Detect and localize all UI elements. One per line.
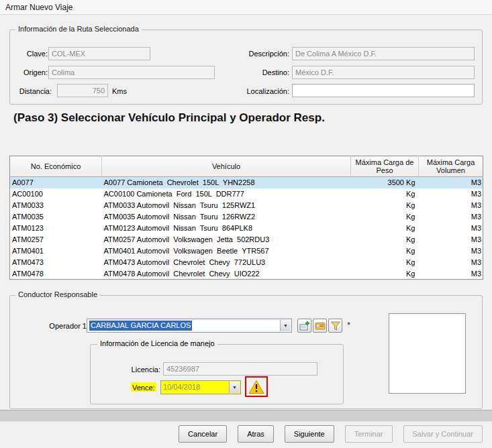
column-header-maxima-carga-peso[interactable]: Máxima Carga de Peso — [351, 156, 419, 177]
table-row[interactable]: ATM0478ATM0478 Automovil Chevrolet Chevy… — [10, 268, 483, 280]
origen-label: Origen: — [18, 68, 48, 77]
vence-label: Vence: — [131, 382, 156, 392]
cell-veh: A0077 Camioneta Chevrolet 150L YHN2258 — [102, 177, 351, 188]
chevron-down-icon[interactable]: ▼ — [280, 320, 291, 331]
table-row[interactable]: ATM0033ATM0033 Automovil Nissan Tsuru 12… — [10, 200, 483, 211]
table-row[interactable]: ATM0473ATM0473 Automovil Chevrolet Chevy… — [10, 257, 483, 268]
cell-peso: Kg — [351, 223, 419, 234]
siguiente-button[interactable]: Siguiente — [285, 425, 334, 443]
operador-value: CARBAJAL GARCIA CARLOS — [89, 321, 192, 331]
descripcion-label: Descripción: — [211, 49, 289, 58]
cell-veh: ATM0033 Automovil Nissan Tsuru 125RWZ1 — [102, 200, 351, 211]
distancia-field: 750 — [57, 84, 108, 97]
chevron-down-icon[interactable]: ▼ — [229, 382, 240, 393]
warning-icon — [248, 380, 264, 394]
vehicle-table-header: No. Económico Vehículo Máxima Carga de P… — [10, 156, 483, 177]
atras-button[interactable]: Atras — [238, 425, 274, 443]
table-row[interactable]: AC00100AC00100 Camioneta Ford 150L DDR77… — [10, 188, 483, 200]
vence-value: 10/04/2018 — [162, 382, 228, 393]
cell-veh: ATM0035 Automovil Nissan Tsuru 126RWZ2 — [102, 211, 351, 223]
route-info-group: Información de la Ruta Seleccionada Clav… — [9, 30, 483, 105]
cell-vol: M3 — [419, 245, 483, 257]
cell-veh: AC00100 Camioneta Ford 150L DDR777 — [102, 188, 351, 200]
descripcion-field: De Colima A México D.F. — [292, 47, 475, 60]
table-row[interactable]: A0077A0077 Camioneta Chevrolet 150L YHN2… — [10, 177, 483, 188]
window-title: Armar Nuevo Viaje — [5, 3, 73, 12]
license-card-button[interactable] — [313, 319, 327, 333]
cell-peso: Kg — [351, 211, 419, 223]
filter-funnel-icon — [330, 321, 341, 331]
cell-no: ATM0401 — [10, 245, 102, 257]
operator-photo-placeholder — [389, 313, 466, 394]
required-marker: * — [347, 320, 350, 330]
localizacion-label: Localización: — [211, 87, 289, 96]
filter-button[interactable] — [328, 319, 342, 333]
step-heading: (Paso 3) Seleccionar Vehículo Principal … — [13, 111, 325, 125]
cell-no: AC00100 — [10, 188, 102, 200]
cell-vol: M3 — [419, 211, 483, 223]
vence-date-select[interactable]: 10/04/2018 ▼ — [160, 380, 241, 394]
column-header-no-economico[interactable]: No. Económico — [10, 156, 102, 177]
cell-no: ATM0033 — [10, 200, 102, 211]
salvar-continuar-button: Salvar y Continuar — [403, 425, 483, 443]
destino-label: Destino: — [211, 68, 289, 77]
cell-peso: Kg — [351, 234, 419, 245]
cell-no: A0077 — [10, 177, 102, 188]
route-info-legend: Información de la Ruta Seleccionada — [15, 25, 142, 33]
cell-vol: M3 — [419, 188, 483, 200]
column-header-maxima-carga-volumen[interactable]: Máxima Carga Volumen — [419, 156, 483, 177]
cell-no: ATM0478 — [10, 268, 102, 280]
cell-peso: Kg — [351, 257, 419, 268]
license-card-icon — [315, 321, 326, 331]
cell-peso: Kg — [351, 188, 419, 200]
add-card-icon — [299, 321, 310, 331]
cell-no: ATM0035 — [10, 211, 102, 223]
cancelar-button[interactable]: Cancelar — [179, 425, 227, 443]
table-row[interactable]: ATM0035ATM0035 Automovil Nissan Tsuru 12… — [10, 211, 483, 223]
origen-field: Colima — [48, 66, 215, 79]
localizacion-field[interactable] — [292, 84, 475, 97]
cell-veh: ATM0257 Automovil Volkswagen Jetta 502RD… — [102, 234, 351, 245]
cell-veh: ATM0123 Automovil Nissan Tsuru 864PLK8 — [102, 223, 351, 234]
cell-no: ATM0473 — [10, 257, 102, 268]
operador-label: Operador 1 — [33, 321, 87, 331]
operador-select[interactable]: CARBAJAL GARCIA CARLOS ▼ — [87, 319, 292, 333]
licencia-group: Información de Licencia de manejo Licenc… — [90, 344, 344, 404]
cell-peso: Kg — [351, 200, 419, 211]
clave-label: Clave: — [18, 49, 48, 58]
licencia-label: Licencia: — [117, 365, 160, 374]
cell-no: ATM0257 — [10, 234, 102, 245]
vehicle-table-body: A0077A0077 Camioneta Chevrolet 150L YHN2… — [10, 177, 483, 280]
warning-annotation — [245, 376, 268, 397]
add-operator-button[interactable] — [297, 319, 311, 333]
cell-vol: M3 — [419, 177, 483, 188]
operador-text: CARBAJAL GARCIA CARLOS — [88, 320, 279, 331]
bottom-button-bar: CancelarAtrasSiguienteTerminarSalvar y C… — [179, 425, 483, 443]
cell-vol: M3 — [419, 268, 483, 280]
cell-vol: M3 — [419, 223, 483, 234]
cell-peso: Kg — [351, 268, 419, 280]
column-header-vehiculo[interactable]: Vehículo — [102, 156, 351, 177]
licencia-legend: Información de Licencia de manejo — [97, 339, 217, 347]
destino-field: México D.F. — [292, 66, 475, 79]
vehicle-table: No. Económico Vehículo Máxima Carga de P… — [9, 156, 483, 280]
licencia-field: 45236987 — [163, 362, 317, 376]
cell-vol: M3 — [419, 257, 483, 268]
table-row[interactable]: ATM0401ATM0401 Automovil Volkswagen Beet… — [10, 245, 483, 257]
bottom-divider-strip — [0, 410, 492, 422]
distancia-label: Distancia: — [10, 87, 52, 96]
conductor-legend: Conductor Responsable — [15, 290, 100, 298]
cell-no: ATM0123 — [10, 223, 102, 234]
cell-veh: ATM0473 Automovil Chevrolet Chevy 772ULU… — [102, 257, 351, 268]
conductor-group: Conductor Responsable Operador 1 CARBAJA… — [9, 295, 483, 409]
cell-peso: Kg — [351, 245, 419, 257]
terminar-button: Terminar — [345, 425, 393, 443]
cell-veh: ATM0401 Automovil Volkswagen Beetle YTR5… — [102, 245, 351, 257]
cell-veh: ATM0478 Automovil Chevrolet Chevy UIO222 — [102, 268, 351, 280]
cell-peso: 3500 Kg — [351, 177, 419, 188]
table-row[interactable]: ATM0257ATM0257 Automovil Volkswagen Jett… — [10, 234, 483, 245]
window-titlebar: Armar Nuevo Viaje — [0, 0, 492, 15]
clave-field: COL-MEX — [48, 47, 150, 60]
table-row[interactable]: ATM0123ATM0123 Automovil Nissan Tsuru 86… — [10, 223, 483, 234]
cell-vol: M3 — [419, 200, 483, 211]
